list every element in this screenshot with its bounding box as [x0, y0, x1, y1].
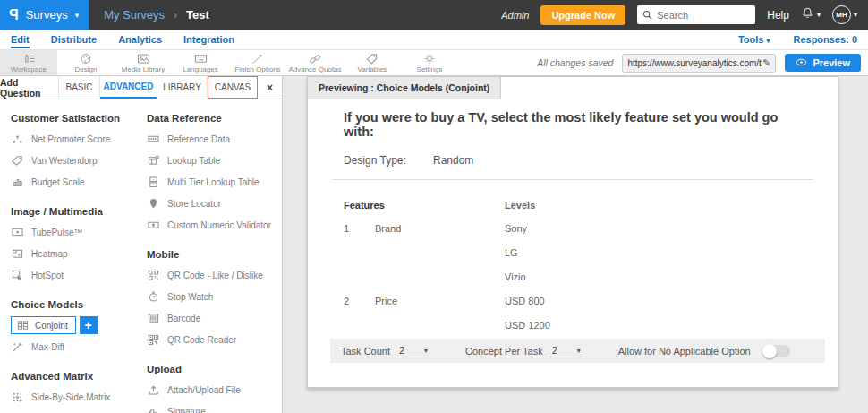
bell-icon	[801, 6, 814, 23]
panel-item-qr-code-reader[interactable]: QR Code Reader	[147, 329, 281, 350]
panel-item-stop-watch[interactable]: Stop Watch	[147, 286, 281, 307]
preview-button[interactable]: Preview	[785, 54, 861, 72]
tab-basic[interactable]: BASIC	[59, 76, 100, 99]
tab-library[interactable]: LIBRARY	[157, 76, 208, 99]
toolbar-workspace[interactable]: Workspace	[0, 50, 57, 75]
tab-edit[interactable]: Edit	[11, 31, 30, 48]
feature-number: 2	[344, 296, 375, 306]
feature-name: Price	[375, 296, 505, 306]
panel-item-complex-grid[interactable]: Complex Grid / Flex Matrix	[11, 408, 147, 413]
section-heading-advanced-matrix: Advanced Matrix	[11, 371, 147, 382]
tools-menu[interactable]: Tools ▾	[738, 34, 770, 45]
panel-item-label: Net Promoter Score	[31, 134, 110, 144]
tab-canvas[interactable]: CANVAS	[208, 76, 258, 99]
no-applicable-option-toggle[interactable]	[763, 345, 790, 357]
panel-item-conjoint[interactable]: Conjoint +	[11, 314, 147, 336]
panel-item-reference-data[interactable]: Reference Data	[147, 128, 281, 150]
conjoint-selected-box[interactable]: Conjoint	[11, 316, 76, 334]
edit-pencil-icon[interactable]: ✎	[762, 57, 770, 69]
toolbar-design[interactable]: Design	[57, 50, 115, 75]
tab-integration[interactable]: Integration	[183, 31, 234, 48]
lookup-table-icon	[147, 155, 160, 166]
panel-item-multi-tier-lookup-table[interactable]: Multi Tier Lookup Table	[147, 171, 281, 193]
panel-item-max-diff[interactable]: Max-Diff	[11, 336, 147, 357]
map-pin-icon	[147, 198, 160, 209]
surveys-menu[interactable]: P Surveys ▾	[0, 0, 89, 30]
heatmap-image-icon	[11, 248, 24, 259]
help-link[interactable]: Help	[767, 9, 789, 22]
stopwatch-icon	[147, 291, 160, 302]
panel-item-budget-scale[interactable]: Budget Scale	[11, 171, 147, 193]
panel-item-hotspot[interactable]: HotSpot	[11, 264, 147, 286]
main-nav: Edit Distribute Analytics Integration To…	[0, 30, 868, 50]
search-input[interactable]	[657, 10, 750, 21]
panel-item-label: Side-By-Side Matrix	[31, 392, 110, 402]
toolbar-settings[interactable]: Settings	[401, 50, 458, 75]
chevron-down-icon: ▾	[854, 11, 857, 19]
account-menu[interactable]: MH ▾	[832, 5, 857, 24]
features-column-header: Features	[344, 200, 505, 211]
keyboard-icon	[194, 53, 208, 65]
panel-item-van-westendorp[interactable]: Van Westendorp	[11, 150, 147, 171]
bar-chart-icon	[11, 176, 24, 187]
toolbar-advance-quotas[interactable]: Advance Quotas	[286, 50, 344, 75]
toolbar-finish-options[interactable]: Finish Options	[229, 50, 286, 75]
preview-card: Previewing : Choice Models (Conjoint) If…	[307, 76, 838, 388]
panel-item-label: Attach/Upload File	[167, 385, 241, 395]
panel-item-net-promoter-score[interactable]: Net Promoter Score	[11, 128, 147, 150]
add-conjoint-question-button[interactable]: +	[80, 316, 98, 334]
survey-url-field[interactable]: ✎	[622, 54, 776, 73]
panel-item-label: TubePulse™	[31, 228, 82, 237]
tab-advanced[interactable]: ADVANCED	[100, 76, 157, 99]
breadcrumb-current-survey: Test	[186, 8, 209, 22]
panel-item-store-locator[interactable]: Store Locator	[147, 193, 281, 214]
panel-item-label: QR Code Reader	[167, 335, 236, 345]
panel-item-side-by-side-matrix[interactable]: Side-By-Side Matrix	[11, 386, 147, 408]
notifications-menu[interactable]: ▾	[801, 6, 821, 23]
toolbar-variables[interactable]: Variables	[344, 50, 401, 75]
panel-item-heatmap[interactable]: Heatmap	[11, 243, 147, 264]
panel-item-attach-upload-file[interactable]: Attach/Upload File	[147, 379, 281, 400]
panel-item-tubepulse[interactable]: TubePulse™	[11, 221, 147, 243]
design-type-value: Random	[433, 154, 473, 167]
add-question-panel: Add Question BASIC ADVANCED LIBRARY CANV…	[0, 76, 283, 413]
survey-url-input[interactable]	[627, 58, 762, 68]
conjoint-icon	[16, 320, 30, 331]
tab-distribute[interactable]: Distribute	[51, 31, 97, 48]
panel-item-signature[interactable]: Signature	[147, 400, 281, 413]
product-name: Surveys	[26, 8, 68, 22]
tag-icon	[366, 53, 379, 65]
panel-item-label: Reference Data	[167, 134, 230, 144]
matrix-dots-icon	[11, 391, 24, 402]
table-row: Vizio	[344, 264, 802, 288]
toolbar-languages[interactable]: Languages	[172, 50, 229, 75]
numeric-validator-icon	[147, 219, 160, 230]
questionpro-logo: P	[9, 7, 19, 23]
admin-label[interactable]: Admin	[501, 10, 529, 21]
panel-item-barcode[interactable]: Barcode	[147, 307, 281, 329]
conjoint-options-bar: Task Count 2 ▾ Concept Per Task 2 ▾ Allo…	[330, 339, 825, 363]
toggle-knob	[762, 344, 777, 358]
reference-data-icon	[147, 133, 160, 144]
toolbar-media-library[interactable]: Media Library	[115, 50, 172, 75]
responses-count[interactable]: Responses: 0	[793, 34, 857, 45]
panel-item-custom-numeric-validator[interactable]: Custom Numeric Validator	[147, 214, 281, 236]
magic-wand-icon	[251, 53, 264, 65]
search-box[interactable]	[637, 5, 755, 24]
tab-analytics[interactable]: Analytics	[118, 31, 162, 48]
panel-item-lookup-table[interactable]: Lookup Table	[147, 150, 281, 171]
panel-item-qr-code-like-dislike[interactable]: QR Code - Like / Dislike	[147, 264, 281, 286]
breadcrumb-my-surveys[interactable]: My Surveys	[104, 8, 165, 22]
section-heading-customer-satisfaction: Customer Satisfaction	[11, 113, 147, 124]
top-bar: P Surveys ▾ My Surveys › Test Admin Upgr…	[0, 0, 868, 30]
design-type-row: Design Type: Random	[344, 154, 802, 167]
panel-item-label: Budget Scale	[31, 177, 85, 187]
panel-item-label: Lookup Table	[167, 156, 220, 166]
close-panel-button[interactable]: ×	[258, 76, 282, 99]
concept-per-task-select[interactable]: 2 ▾	[550, 344, 583, 357]
task-count-select[interactable]: 2 ▾	[397, 344, 430, 357]
upgrade-now-button[interactable]: Upgrade Now	[540, 5, 625, 25]
level-value: Sony	[505, 223, 802, 234]
net-promoter-score-icon	[11, 133, 24, 144]
panel-item-label: Van Westendorp	[31, 156, 98, 166]
